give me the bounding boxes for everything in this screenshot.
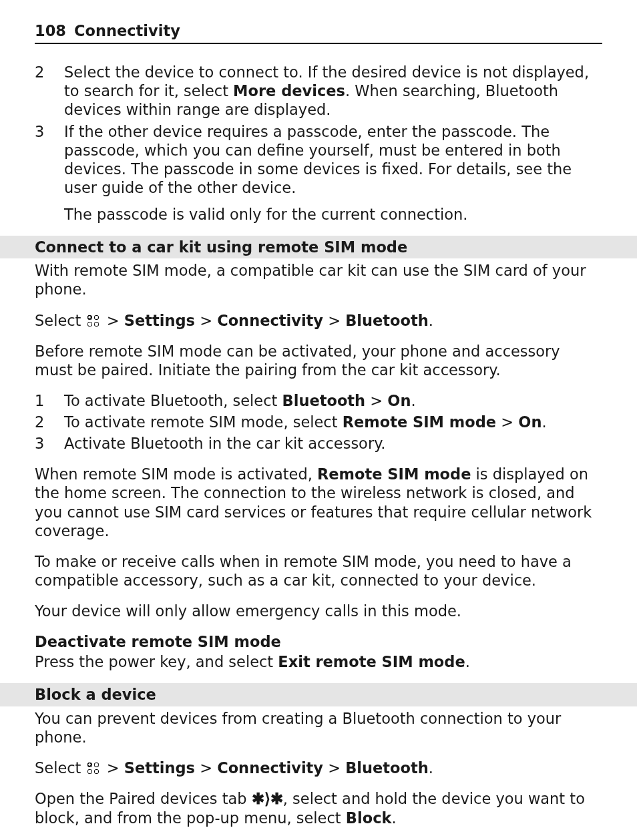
step-text: Activate Bluetooth in the car kit access…: [64, 434, 602, 453]
nav-path: Select > Settings > Connectivity > Bluet…: [35, 759, 602, 777]
ui-label: Settings: [124, 312, 195, 329]
step-text: To activate remote SIM mode, select Remo…: [64, 413, 602, 431]
step: 3 Activate Bluetooth in the car kit acce…: [35, 434, 602, 453]
ui-label: Bluetooth: [282, 392, 366, 409]
paragraph: To make or receive calls when in remote …: [35, 552, 602, 590]
continued-steps: 2 Select the device to connect to. If th…: [35, 63, 602, 224]
step: 2 Select the device to connect to. If th…: [35, 63, 602, 119]
page-number: 108: [35, 22, 66, 39]
step-number: 1: [35, 391, 64, 410]
section-heading: Block a device: [0, 683, 637, 706]
ui-label: Block: [346, 809, 392, 827]
ui-label: Remote SIM mode: [343, 413, 496, 431]
menu-icon: [87, 763, 99, 775]
step-number: 3: [35, 434, 64, 453]
ui-label: Connectivity: [217, 759, 323, 777]
nav-path: Select > Settings > Connectivity > Bluet…: [35, 311, 602, 330]
subheading: Deactivate remote SIM mode: [35, 632, 602, 651]
bluetooth-paired-icon: ✱⟩✱: [252, 791, 283, 807]
step: 3 If the other device requires a passcod…: [35, 122, 602, 224]
section-intro: With remote SIM mode, a compatible car k…: [35, 261, 602, 298]
step: 1 To activate Bluetooth, select Bluetoot…: [35, 391, 602, 410]
ui-label: Bluetooth: [345, 312, 429, 329]
procedure: 1 To activate Bluetooth, select Bluetoot…: [35, 391, 602, 453]
paragraph: Your device will only allow emergency ca…: [35, 602, 602, 620]
paragraph: When remote SIM mode is activated, Remot…: [35, 465, 602, 540]
menu-icon: [87, 315, 99, 327]
step-text: If the other device requires a passcode,…: [64, 122, 602, 224]
section-intro: You can prevent devices from creating a …: [35, 709, 602, 747]
paragraph: Press the power key, and select Exit rem…: [35, 652, 602, 671]
step: 2 To activate remote SIM mode, select Re…: [35, 413, 602, 431]
ui-label: Exit remote SIM mode: [278, 653, 465, 670]
manual-page: 108Connectivity 2 Select the device to c…: [0, 0, 637, 840]
ui-label: Bluetooth: [345, 759, 429, 777]
ui-label: Settings: [124, 759, 195, 777]
ui-label: Remote SIM mode: [317, 465, 471, 483]
ui-label: More devices: [233, 82, 345, 99]
step-text: To activate Bluetooth, select Bluetooth …: [64, 391, 602, 410]
ui-label: Connectivity: [217, 312, 323, 329]
paragraph: Open the Paired devices tab ✱⟩✱, select …: [35, 789, 602, 827]
section-heading: Connect to a car kit using remote SIM mo…: [0, 236, 637, 258]
page-header: 108Connectivity: [35, 21, 602, 44]
paragraph: Before remote SIM mode can be activated,…: [35, 342, 602, 379]
chapter-title: Connectivity: [74, 22, 180, 39]
ui-label: On: [518, 413, 542, 431]
step-text: Select the device to connect to. If the …: [64, 63, 602, 119]
step-number: 3: [35, 122, 64, 141]
step-number: 2: [35, 413, 64, 431]
ui-label: On: [387, 392, 411, 409]
step-number: 2: [35, 63, 64, 81]
